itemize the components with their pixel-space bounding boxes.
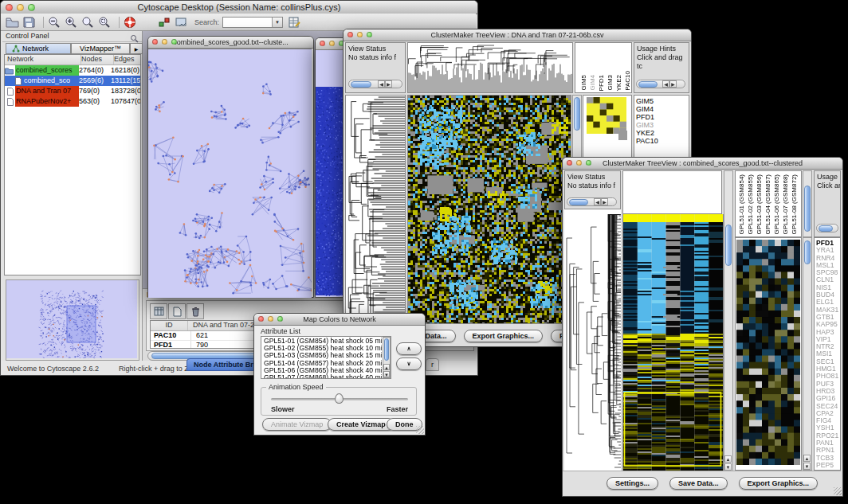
scroll-right-icon[interactable]: ▶ (601, 198, 608, 205)
tv2-zoom-vscrollbar[interactable]: ▲ ▼ (803, 237, 812, 471)
attribute-editor-icon[interactable] (288, 16, 301, 29)
zoom-button[interactable] (367, 32, 372, 37)
open-file-icon[interactable] (6, 16, 19, 29)
scroll-right-icon[interactable]: ▶ (669, 80, 677, 88)
resize-grip[interactable] (834, 487, 842, 495)
tv2-labels-vscrollbar[interactable] (803, 170, 812, 237)
network-row[interactable]: combined_sco2569(6)13112(15) (5, 76, 140, 86)
attribute-item[interactable]: GPL51-06 (GSM865) heat shock 40 min (261, 367, 382, 374)
tv2-heatmap-vscrollbar[interactable]: ▲ ▼ (724, 170, 733, 471)
scroll-left-icon[interactable]: ◀ (378, 80, 385, 88)
scroll-left-icon[interactable]: ◀ (662, 80, 669, 88)
column-label[interactable]: GPL51-02 (GSM855) (747, 174, 755, 235)
minimize-button[interactable] (268, 316, 273, 322)
gene-label[interactable]: NIS1 (815, 284, 840, 291)
gene-label[interactable]: PEP5 (815, 462, 840, 469)
map-dialog-titlebar[interactable]: Map Colors to Network (254, 314, 425, 326)
column-header-nodes[interactable]: Nodes (81, 55, 114, 64)
column-label[interactable]: GPL51-06 (GSM865) (773, 174, 781, 235)
treeview1-titlebar[interactable]: ClusterMaker TreeView : DNA and Tran 07-… (344, 29, 691, 41)
tv2-usage-scrollbar[interactable] (816, 224, 838, 232)
column-label[interactable]: PAC10 (624, 71, 632, 91)
gene-label[interactable]: YRA1 (815, 247, 840, 254)
gene-label[interactable]: RPN1 (815, 447, 840, 454)
gene-label[interactable]: SPC98 (815, 269, 840, 276)
close-button[interactable] (152, 39, 158, 45)
gene-label[interactable]: PFD1 (815, 240, 840, 247)
tab-overflow-button[interactable]: ▶ (130, 43, 143, 54)
scroll-up-icon[interactable]: ▲ (724, 455, 732, 463)
network-overview-canvas[interactable] (6, 280, 137, 358)
plugin-manager-icon[interactable] (158, 16, 171, 29)
gene-label[interactable]: HRD3 (815, 388, 840, 395)
column-label[interactable]: PFD1 (598, 75, 606, 91)
attribute-item[interactable]: GPL51-03 (GSM856) heat shock 15 min (261, 352, 382, 359)
attribute-item[interactable]: GPL51-04 (GSM857) heat shock 20 min (261, 360, 382, 367)
gene-label[interactable]: GIM3 (634, 121, 689, 129)
move-up-button[interactable]: ∧ (396, 342, 422, 355)
scroll-up-icon[interactable]: ▲ (803, 455, 811, 462)
gene-label[interactable]: GPI16 (815, 395, 840, 402)
tv2-button-settings[interactable]: Settings... (607, 477, 658, 490)
search-dropdown-arrow-icon[interactable]: ▼ (272, 18, 282, 27)
column-label[interactable]: GIM4 (589, 75, 597, 91)
column-label[interactable]: GIM3 (607, 75, 614, 91)
gene-label[interactable]: MSL1 (815, 262, 840, 269)
gene-label[interactable]: PFD1 (634, 113, 689, 121)
attribute-select-icon[interactable] (150, 303, 167, 319)
close-button[interactable] (258, 316, 264, 322)
attribute-browser-tab-fragment[interactable]: r (426, 358, 439, 371)
close-button[interactable] (347, 32, 353, 37)
gene-label[interactable]: VIP1 (815, 336, 840, 343)
attribute-item[interactable]: GPL51-01 (GSM854) heat shock 05 min (261, 338, 382, 345)
gene-label[interactable]: HMG1 (815, 365, 840, 373)
zoom-button[interactable] (171, 39, 177, 45)
scroll-up-icon[interactable]: ▲ (383, 364, 390, 370)
column-label[interactable]: GPL51-07 (GSM868) (782, 174, 790, 235)
tv1-button-export-graphics[interactable]: Export Graphics... (464, 330, 544, 342)
gene-label[interactable]: YSH1 (815, 424, 840, 432)
gene-label[interactable]: HAP3 (815, 329, 840, 336)
animate-vizmap-button[interactable]: Animate Vizmap (262, 418, 332, 431)
gene-label[interactable]: RPO21 (815, 432, 840, 440)
speed-slider-thumb[interactable] (335, 393, 344, 404)
tv1-usage-scrollbar[interactable]: ◀ ▶ (636, 80, 685, 88)
gene-label[interactable]: PUF3 (815, 381, 840, 388)
search-combobox[interactable]: ▼ (222, 17, 283, 28)
network-overview-panel[interactable] (6, 279, 139, 361)
column-header-network[interactable]: Network (5, 55, 81, 64)
zoom-button[interactable] (28, 4, 35, 11)
zoom-selected-icon[interactable] (98, 16, 112, 29)
network-view-titlebar[interactable]: combined_scores_good.txt--cluste... (148, 37, 313, 49)
zoom-fit-icon[interactable] (81, 16, 95, 29)
minimize-button[interactable] (329, 41, 335, 46)
network-row[interactable]: RNAPuberNov2+563(0)107847(0) (5, 96, 140, 107)
column-label[interactable]: GPL51-01 (GSM854) (738, 174, 746, 235)
tab-vizmapper[interactable]: VizMapper™ (71, 43, 130, 54)
gene-label[interactable]: PHO81 (815, 373, 840, 380)
gene-label[interactable]: YKE2 (634, 129, 689, 137)
new-attribute-icon[interactable] (168, 303, 186, 319)
attribute-list-vscrollbar[interactable]: ▲ ▼ (383, 337, 391, 378)
column-label[interactable]: YKE2 (615, 75, 623, 91)
scroll-down-icon[interactable]: ▼ (383, 371, 390, 377)
tv1-status-scrollbar[interactable]: ◀ ▶ (348, 80, 402, 88)
minimize-button[interactable] (576, 160, 582, 166)
zoom-button[interactable] (277, 316, 283, 322)
gene-label[interactable]: TCB3 (815, 455, 840, 462)
column-label[interactable]: GIM5 (580, 75, 588, 91)
gene-label[interactable]: SEC24 (815, 403, 840, 410)
tv1-zoom-matrix-canvas[interactable] (587, 97, 626, 134)
gene-label[interactable]: BUD4 (815, 291, 840, 299)
scroll-down-icon[interactable]: ▼ (724, 463, 732, 471)
tv2-status-scrollbar[interactable]: ◀ ▶ (567, 197, 617, 206)
move-down-button[interactable]: ∨ (396, 357, 422, 370)
gene-label[interactable]: PAN1 (815, 440, 840, 447)
attribute-item[interactable]: GPL51-02 (GSM855) heat shock 10 min (261, 345, 382, 352)
gene-label[interactable]: GTB1 (815, 314, 840, 321)
scroll-down-icon[interactable]: ▼ (803, 463, 811, 470)
network-row[interactable]: combined_scores2764(0)16218(0) (5, 65, 140, 76)
column-label[interactable]: GPL51-03 (GSM856) (756, 174, 764, 235)
close-button[interactable] (567, 160, 572, 166)
attribute-listbox[interactable]: GPL51-01 (GSM854) heat shock 05 minGPL51… (261, 336, 391, 379)
